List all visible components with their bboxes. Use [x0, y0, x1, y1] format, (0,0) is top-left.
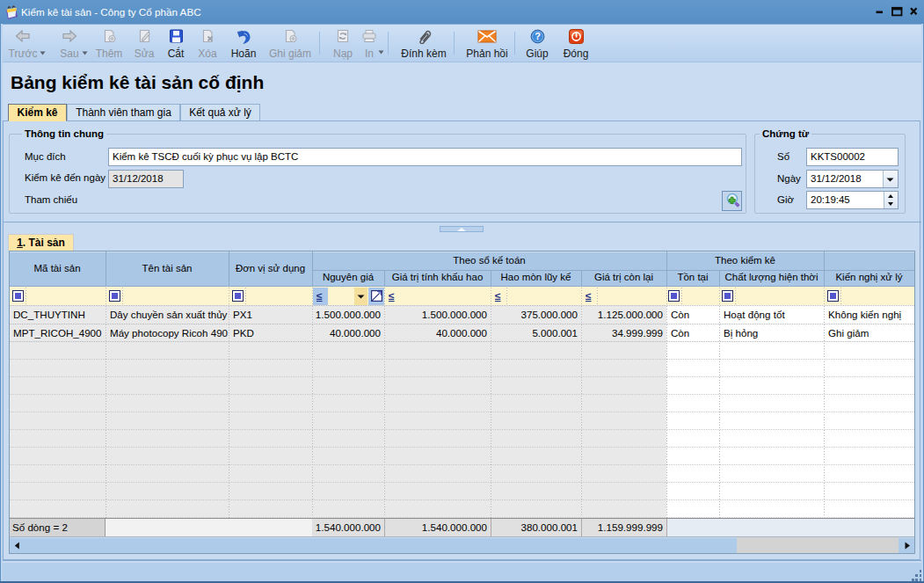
svg-text:?: ?	[535, 31, 541, 41]
